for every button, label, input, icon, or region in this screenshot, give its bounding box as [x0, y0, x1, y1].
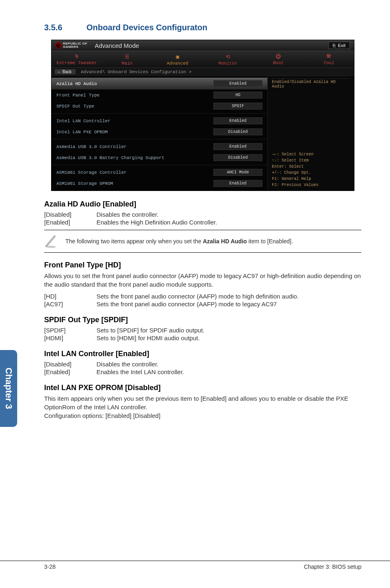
- value-lan-ctrl[interactable]: Enabled: [213, 117, 262, 124]
- paragraph: Allows you to set the front panel audio …: [44, 272, 361, 289]
- value-usb3bat[interactable]: Disabled: [213, 154, 262, 161]
- exit-label: Exit: [338, 43, 345, 48]
- rog-logo-icon: [54, 41, 63, 49]
- option-spdif-out-type[interactable]: SPDIF Out Type SPDIF: [52, 101, 267, 112]
- option-asmedia-usb3-battery-charging[interactable]: Asmedia USB 3.0 Battery Charging Support…: [52, 152, 267, 163]
- heading-azalia: Azalia HD Audio [Enabled]: [44, 200, 361, 209]
- mode-label: Advanced Mode: [95, 42, 139, 49]
- tab-advanced[interactable]: ▣Advanced: [152, 51, 203, 67]
- option-asmedia-usb3-controller[interactable]: Asmedia USB 3.0 Controller Enabled: [52, 141, 267, 152]
- chapter-side-tab: Chapter 3: [0, 350, 17, 427]
- option-asm1061-storage-oprom[interactable]: ASM1061 Storage OPROM Enabled: [52, 178, 267, 189]
- value-asm-oprom[interactable]: Enabled: [213, 180, 262, 187]
- page-footer: 3-28 Chapter 3: BIOS setup: [0, 561, 390, 570]
- note-icon: [44, 234, 58, 248]
- value-spdif[interactable]: SPDIF: [213, 103, 262, 110]
- gauge-icon: ⟲: [203, 54, 253, 60]
- kv-row: [SPDIF]Sets to [SPDIF] for SPDIF audio o…: [44, 327, 361, 334]
- note-box: The following two items appear only when…: [44, 230, 361, 253]
- note-text: The following two items appear only when…: [65, 238, 293, 245]
- value-lan-pxe[interactable]: Disabled: [213, 128, 262, 135]
- option-asm1061-storage-controller[interactable]: ASM1061 Storage Controller AHCI Mode: [52, 167, 267, 178]
- breadcrumb: Advanced\ Onboard Devices Configuration …: [81, 70, 192, 74]
- mouse-icon: 🖱: [52, 54, 102, 60]
- section-title: Onboard Devices Configuraton: [87, 23, 208, 32]
- exit-icon: ⎘: [333, 43, 336, 48]
- kv-row: [HD]Sets the front panel audio connector…: [44, 293, 361, 300]
- heading-spdif: SPDIF Out Type [SPDIF]: [44, 316, 361, 324]
- bios-titlebar: REPUBLIC OF GAMERS Advanced Mode ⎘ Exit: [52, 40, 354, 51]
- heading-lan-controller: Intel LAN Controller [Enabled]: [44, 350, 361, 358]
- option-intel-lan-pxe-oprom[interactable]: Intel LAN PXE OPROM Disabled: [52, 126, 267, 137]
- help-text: Enabled/Disabled Azalia HD Audio: [272, 79, 350, 89]
- bios-tabs: 🖱Extreme Tweaker ☰Main ▣Advanced ⟲Monito…: [52, 51, 354, 68]
- bios-options-panel: Azalia HD Audio Enabled Front Panel Type…: [52, 76, 267, 191]
- value-front-panel[interactable]: HD: [213, 92, 262, 99]
- tab-monitor[interactable]: ⟲Monitor: [203, 51, 253, 67]
- section-heading: 3.5.6 Onboard Devices Configuraton: [44, 23, 361, 32]
- kv-row: [Enabled]Enables the Intel LAN controlle…: [44, 368, 361, 375]
- footer-title: Chapter 3: BIOS setup: [304, 563, 361, 570]
- page-number: 3-28: [44, 563, 56, 570]
- chip-icon: ▣: [152, 54, 203, 60]
- value-usb3[interactable]: Enabled: [213, 143, 262, 150]
- bios-help-panel: Enabled/Disabled Azalia HD Audio →←: Sel…: [267, 76, 354, 191]
- svg-point-0: [46, 246, 56, 248]
- tab-boot[interactable]: ⏻Boot: [253, 51, 303, 67]
- bios-screenshot: REPUBLIC OF GAMERS Advanced Mode ⎘ Exit …: [51, 40, 354, 191]
- exit-button[interactable]: ⎘ Exit: [328, 42, 350, 49]
- kv-row: [HDMI]Sets to [HDMI] for HDMI audio outp…: [44, 334, 361, 341]
- kv-row: [Enabled]Enables the High Definition Aud…: [44, 219, 361, 226]
- key-hints: →←: Select Screen ↑↓: Select Item Enter:…: [272, 151, 350, 188]
- value-azalia[interactable]: Enabled: [213, 80, 262, 87]
- list-icon: ☰: [102, 54, 152, 60]
- option-intel-lan-controller[interactable]: Intel LAN Controller Enabled: [52, 115, 267, 126]
- kv-row: [AC97]Sets the front panel audio connect…: [44, 301, 361, 307]
- option-front-panel-type[interactable]: Front Panel Type HD: [52, 90, 267, 101]
- power-icon: ⏻: [253, 54, 303, 60]
- option-azalia-hd-audio[interactable]: Azalia HD Audio Enabled: [52, 78, 267, 90]
- back-button[interactable]: ← Back: [55, 69, 76, 74]
- tab-tool[interactable]: 🛠Tool: [304, 51, 354, 67]
- tab-main[interactable]: ☰Main: [102, 51, 152, 67]
- kv-row: [Disabled]Disables the controller.: [44, 211, 361, 218]
- heading-lan-pxe-oprom: Intel LAN PXE OPROM [Disabled]: [44, 384, 361, 392]
- heading-front-panel: Front Panel Type [HD]: [44, 261, 361, 269]
- kv-row: [Disabled]Disables the controller.: [44, 361, 361, 368]
- tool-icon: 🛠: [304, 54, 354, 60]
- paragraph: This item appears only when you set the …: [44, 395, 361, 420]
- section-number: 3.5.6: [44, 23, 84, 32]
- tab-extreme-tweaker[interactable]: 🖱Extreme Tweaker: [52, 51, 102, 67]
- breadcrumb-bar: ← Back Advanced\ Onboard Devices Configu…: [52, 68, 354, 76]
- value-asm-ctrl[interactable]: AHCI Mode: [213, 169, 262, 176]
- brand-text: REPUBLIC OF GAMERS: [63, 42, 87, 49]
